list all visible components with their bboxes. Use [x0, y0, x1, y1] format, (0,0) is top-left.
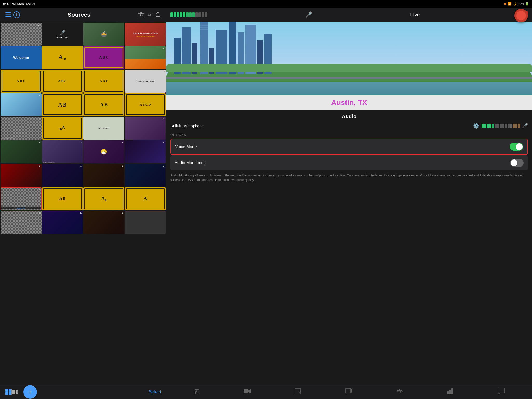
status-bar: 8:37 PM Mon Dec 21 📶 🌙 99% 🔋	[0, 0, 332, 8]
source-item[interactable]: ≡	[1, 211, 42, 234]
camera-icon[interactable]	[137, 11, 145, 19]
voice-mode-label: Voice Mode	[175, 144, 197, 149]
source-item[interactable]: ▶	[83, 211, 124, 234]
source-item[interactable]: A B	[83, 93, 124, 116]
meter-2	[174, 12, 176, 17]
mic-header-icon: 🎤	[305, 11, 312, 18]
ab-big-border: A B	[43, 94, 82, 115]
source-item[interactable]: ▲	[1, 23, 42, 46]
info-icon[interactable]: i	[12, 11, 21, 19]
source-item[interactable]: JUNIOR LEAGUE PLAYOFFS ATLANTA VS NASHVI…	[125, 23, 166, 46]
source-item[interactable]: AB	[83, 187, 124, 210]
text-here: YOUR TEXT HERE	[125, 70, 166, 93]
source-item[interactable]: ▲	[1, 93, 42, 116]
source-item[interactable]: ▲	[125, 46, 166, 69]
source-item[interactable]: A B	[42, 93, 83, 116]
photo-icon10: ▲	[163, 165, 165, 167]
layers-icon4: ≡	[39, 189, 40, 191]
svg-rect-2	[5, 16, 11, 17]
source-item[interactable]: 🍲	[83, 23, 124, 46]
layers-icon2: ≡	[39, 117, 41, 120]
svg-point-6	[140, 14, 142, 16]
source-item-selected[interactable]: ≡ Austin, TX	[1, 187, 42, 210]
source-item[interactable]: A B C D	[125, 93, 166, 116]
abc-border2: A B C	[43, 71, 82, 92]
abc-border: A B C	[2, 71, 41, 92]
level-meters	[170, 12, 207, 17]
date-display: Mon Dec 21	[17, 2, 35, 6]
source-item[interactable]: ≡ YOUR TEXT HERE	[125, 70, 166, 93]
share-icon[interactable]	[154, 11, 162, 19]
source-item[interactable]: A	[125, 187, 166, 210]
source-item[interactable]: A B C	[83, 46, 124, 69]
meter-10	[198, 12, 201, 17]
bright-label: Bright Treasures	[43, 161, 55, 163]
source-item[interactable]: A B C	[42, 70, 83, 93]
source-item[interactable]: A B C	[83, 70, 124, 93]
welcome-text: Welcome	[13, 56, 29, 60]
source-item[interactable]: ▲	[83, 164, 124, 187]
source-item[interactable]: T Welcome	[1, 46, 42, 69]
abcd-label: A B C D	[140, 103, 151, 107]
meter-11	[202, 12, 204, 17]
source-item[interactable]: ▲	[125, 140, 166, 163]
source-item[interactable]: A B C	[1, 70, 42, 93]
source-item[interactable]: ▲	[1, 140, 42, 163]
preview-image	[166, 22, 332, 95]
source-item[interactable]: A B	[42, 46, 83, 69]
austin-source-label: Austin, TX	[1, 207, 41, 209]
abc-border3: A B C	[84, 71, 123, 92]
source-item[interactable]: ≡ Bright Treasures	[42, 140, 83, 163]
svg-rect-7	[140, 12, 142, 14]
photo-icon3: ▲	[163, 117, 165, 120]
photo-icon: 🍲	[100, 30, 108, 38]
ab-label2: A B	[100, 102, 108, 108]
trees-bg	[166, 64, 332, 72]
menu-icon[interactable]	[4, 11, 12, 19]
photo-icon9: ▲	[121, 165, 124, 167]
audio-monitoring-row: Audio Monitoring	[170, 155, 332, 170]
source-item[interactable]: A B	[42, 187, 83, 210]
layers-icon3: ≡	[81, 141, 82, 144]
ba-label: BA	[60, 125, 65, 131]
a-sm2-border: A	[126, 188, 165, 209]
ab-big-label: A B	[58, 102, 66, 108]
layers-icon5: ≡	[39, 212, 41, 214]
preview-caption: Austin, TX	[166, 95, 332, 110]
right-panel: Austin, TX Audio Built-in Microphone ⚙️	[166, 22, 332, 249]
svg-rect-0	[5, 12, 11, 13]
meter-12	[205, 12, 207, 17]
svg-text:i: i	[16, 13, 17, 17]
meter-3	[177, 12, 179, 17]
a-sm-label: AB	[101, 196, 107, 202]
source-item[interactable]: ▲	[125, 117, 166, 140]
options-label: OPTIONS	[170, 133, 332, 137]
ab-sm-border: A B	[43, 188, 82, 209]
meter-7	[189, 12, 192, 17]
source-item[interactable]: ▲	[1, 164, 42, 187]
photo-icon: ▲	[37, 23, 41, 27]
audio-title: Audio	[170, 114, 332, 119]
main-content: ▲ 🎤 NORAEBAR 🍲 JUNIOR LEAGUE PLAYOFFS AT…	[0, 22, 332, 249]
preview-area: Austin, TX	[166, 22, 332, 110]
photo-icon: ▲	[38, 94, 41, 97]
a-sm2-label: A	[144, 196, 147, 202]
play-icon2: ▶	[122, 212, 124, 214]
source-item[interactable]: ▲	[42, 164, 83, 187]
af-button[interactable]: AF	[145, 11, 154, 19]
source-item[interactable]: WELCOME	[83, 117, 124, 140]
source-item[interactable]: 🎤 NORAEBAR	[42, 23, 83, 46]
source-item[interactable]: ▲ 😷	[83, 140, 124, 163]
abc-label3: A B C	[99, 79, 108, 83]
ba-border: BA	[43, 118, 82, 139]
source-item[interactable]: ▲	[125, 164, 166, 187]
meter-4	[180, 12, 182, 17]
mask-emoji: 😷	[83, 140, 124, 163]
source-item[interactable]: BA	[42, 117, 83, 140]
abcd-border: A B C D	[126, 94, 165, 115]
source-item[interactable]: ▶	[42, 211, 83, 234]
audio-description: Audio Monitoring allows you to listen to…	[170, 171, 332, 184]
mic-row: Built-in Microphone ⚙️	[170, 123, 332, 129]
source-item[interactable]: ≡ Noraebar.com	[1, 117, 42, 140]
source-item[interactable]	[125, 211, 166, 234]
